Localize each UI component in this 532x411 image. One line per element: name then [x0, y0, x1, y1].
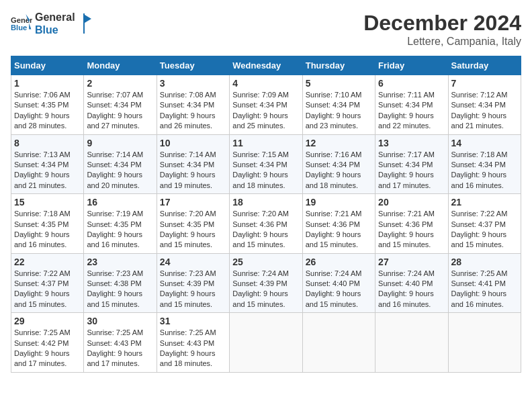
- calendar-cell: 10Sunrise: 7:14 AMSunset: 4:34 PMDayligh…: [157, 134, 229, 194]
- day-info: Sunrise: 7:08 AMSunset: 4:34 PMDaylight:…: [160, 90, 226, 132]
- day-number: 7: [451, 78, 518, 89]
- sunrise-text: Sunrise: 7:10 AM: [306, 91, 362, 99]
- day-info: Sunrise: 7:13 AMSunset: 4:34 PMDaylight:…: [14, 150, 81, 191]
- sunrise-text: Sunrise: 7:18 AM: [14, 210, 71, 218]
- sunset-text: Sunset: 4:34 PM: [87, 161, 141, 169]
- weekday-header-friday: Friday: [375, 56, 448, 75]
- day-number: 6: [378, 78, 445, 89]
- calendar-cell: 28Sunrise: 7:25 AMSunset: 4:41 PMDayligh…: [448, 253, 521, 313]
- sunset-text: Sunset: 4:36 PM: [232, 220, 287, 228]
- calendar-cell: 6Sunrise: 7:11 AMSunset: 4:34 PMDaylight…: [375, 75, 448, 135]
- calendar-week-row: 29Sunrise: 7:25 AMSunset: 4:42 PMDayligh…: [11, 313, 521, 373]
- sunset-text: Sunset: 4:41 PM: [451, 279, 506, 287]
- calendar-cell: 7Sunrise: 7:12 AMSunset: 4:34 PMDaylight…: [448, 75, 521, 135]
- day-number: 22: [14, 257, 81, 267]
- sunrise-text: Sunrise: 7:14 AM: [160, 150, 216, 158]
- calendar-week-row: 15Sunrise: 7:18 AMSunset: 4:35 PMDayligh…: [11, 194, 521, 254]
- sunset-text: Sunset: 4:34 PM: [451, 101, 506, 109]
- sunset-text: Sunset: 4:34 PM: [378, 161, 433, 169]
- sunset-text: Sunset: 4:34 PM: [306, 161, 360, 169]
- day-info: Sunrise: 7:20 AMSunset: 4:35 PMDaylight:…: [160, 209, 226, 250]
- sunrise-text: Sunrise: 7:07 AM: [87, 91, 143, 99]
- day-info: Sunrise: 7:25 AMSunset: 4:43 PMDaylight:…: [87, 328, 153, 369]
- day-number: 14: [451, 138, 518, 148]
- calendar-cell: 20Sunrise: 7:21 AMSunset: 4:36 PMDayligh…: [375, 194, 448, 254]
- day-info: Sunrise: 7:12 AMSunset: 4:34 PMDaylight:…: [451, 90, 518, 132]
- daylight-text: Daylight: 9 hours and 15 minutes.: [232, 230, 288, 248]
- daylight-text: Daylight: 9 hours and 21 minutes.: [451, 111, 507, 130]
- day-info: Sunrise: 7:17 AMSunset: 4:34 PMDaylight:…: [378, 150, 445, 191]
- daylight-text: Daylight: 9 hours and 16 minutes.: [451, 171, 507, 189]
- day-info: Sunrise: 7:25 AMSunset: 4:43 PMDaylight:…: [160, 328, 226, 369]
- sunset-text: Sunset: 4:34 PM: [160, 161, 214, 169]
- calendar-cell: 21Sunrise: 7:22 AMSunset: 4:37 PMDayligh…: [448, 194, 521, 254]
- calendar-cell: 23Sunrise: 7:23 AMSunset: 4:38 PMDayligh…: [84, 253, 157, 313]
- day-number: 28: [451, 257, 518, 267]
- sunrise-text: Sunrise: 7:23 AM: [87, 269, 143, 277]
- day-number: 25: [232, 257, 299, 267]
- daylight-text: Daylight: 9 hours and 15 minutes.: [232, 289, 288, 308]
- weekday-header-wednesday: Wednesday: [230, 56, 302, 75]
- day-number: 19: [306, 197, 372, 208]
- sunrise-text: Sunrise: 7:23 AM: [160, 269, 216, 277]
- daylight-text: Daylight: 9 hours and 19 minutes.: [160, 171, 216, 189]
- daylight-text: Daylight: 9 hours and 18 minutes.: [306, 171, 361, 189]
- calendar-cell: 5Sunrise: 7:10 AMSunset: 4:34 PMDaylight…: [302, 75, 375, 135]
- daylight-text: Daylight: 9 hours and 18 minutes.: [232, 171, 288, 189]
- day-info: Sunrise: 7:25 AMSunset: 4:41 PMDaylight:…: [451, 269, 518, 310]
- weekday-header-sunday: Sunday: [11, 56, 84, 75]
- day-number: 12: [306, 138, 372, 148]
- logo-flag-icon: [78, 13, 91, 34]
- day-number: 5: [306, 78, 372, 89]
- logo-blue-text: Blue: [35, 24, 75, 36]
- sunrise-text: Sunrise: 7:25 AM: [87, 328, 143, 336]
- calendar-week-row: 8Sunrise: 7:13 AMSunset: 4:34 PMDaylight…: [11, 134, 521, 194]
- svg-text:Blue: Blue: [11, 24, 27, 32]
- sunset-text: Sunset: 4:43 PM: [160, 339, 214, 347]
- daylight-text: Daylight: 9 hours and 15 minutes.: [306, 289, 361, 308]
- sunset-text: Sunset: 4:35 PM: [14, 220, 69, 228]
- weekday-header-monday: Monday: [84, 56, 157, 75]
- sunrise-text: Sunrise: 7:11 AM: [378, 91, 435, 99]
- sunset-text: Sunset: 4:34 PM: [87, 101, 141, 109]
- sunset-text: Sunset: 4:34 PM: [160, 101, 214, 109]
- sunset-text: Sunset: 4:36 PM: [378, 220, 433, 228]
- day-info: Sunrise: 7:22 AMSunset: 4:37 PMDaylight:…: [451, 209, 518, 250]
- day-info: Sunrise: 7:22 AMSunset: 4:37 PMDaylight:…: [14, 269, 81, 310]
- sunset-text: Sunset: 4:35 PM: [87, 220, 141, 228]
- calendar-cell: 4Sunrise: 7:09 AMSunset: 4:34 PMDaylight…: [230, 75, 302, 135]
- sunset-text: Sunset: 4:42 PM: [14, 339, 69, 347]
- daylight-text: Daylight: 9 hours and 15 minutes.: [14, 289, 70, 308]
- calendar-cell: 3Sunrise: 7:08 AMSunset: 4:34 PMDaylight…: [157, 75, 229, 135]
- day-number: 20: [378, 197, 445, 208]
- sunrise-text: Sunrise: 7:08 AM: [160, 91, 216, 99]
- calendar-cell: 15Sunrise: 7:18 AMSunset: 4:35 PMDayligh…: [11, 194, 84, 254]
- calendar-cell: 22Sunrise: 7:22 AMSunset: 4:37 PMDayligh…: [11, 253, 84, 313]
- day-number: 4: [232, 78, 299, 89]
- calendar-cell: 2Sunrise: 7:07 AMSunset: 4:34 PMDaylight…: [84, 75, 157, 135]
- sunrise-text: Sunrise: 7:12 AM: [451, 91, 508, 99]
- sunrise-text: Sunrise: 7:24 AM: [306, 269, 362, 277]
- svg-marker-4: [85, 15, 91, 23]
- calendar-cell: 27Sunrise: 7:24 AMSunset: 4:40 PMDayligh…: [375, 253, 448, 313]
- day-number: 23: [87, 257, 153, 267]
- month-year-title: December 2024: [363, 11, 521, 36]
- daylight-text: Daylight: 9 hours and 15 minutes.: [378, 230, 434, 248]
- day-number: 29: [14, 316, 81, 326]
- day-number: 31: [160, 316, 226, 326]
- day-info: Sunrise: 7:09 AMSunset: 4:34 PMDaylight:…: [232, 90, 299, 132]
- day-number: 3: [160, 78, 226, 89]
- calendar-cell: 17Sunrise: 7:20 AMSunset: 4:35 PMDayligh…: [157, 194, 229, 254]
- calendar-cell: [302, 313, 375, 373]
- day-info: Sunrise: 7:24 AMSunset: 4:39 PMDaylight:…: [232, 269, 299, 310]
- day-info: Sunrise: 7:25 AMSunset: 4:42 PMDaylight:…: [14, 328, 81, 369]
- day-info: Sunrise: 7:19 AMSunset: 4:35 PMDaylight:…: [87, 209, 153, 250]
- svg-rect-3: [83, 13, 85, 34]
- day-number: 17: [160, 197, 226, 208]
- calendar-cell: 11Sunrise: 7:15 AMSunset: 4:34 PMDayligh…: [230, 134, 302, 194]
- sunrise-text: Sunrise: 7:17 AM: [378, 150, 435, 158]
- sunrise-text: Sunrise: 7:15 AM: [232, 150, 289, 158]
- day-info: Sunrise: 7:07 AMSunset: 4:34 PMDaylight:…: [87, 90, 153, 132]
- daylight-text: Daylight: 9 hours and 17 minutes.: [87, 349, 142, 367]
- calendar-cell: 31Sunrise: 7:25 AMSunset: 4:43 PMDayligh…: [157, 313, 229, 373]
